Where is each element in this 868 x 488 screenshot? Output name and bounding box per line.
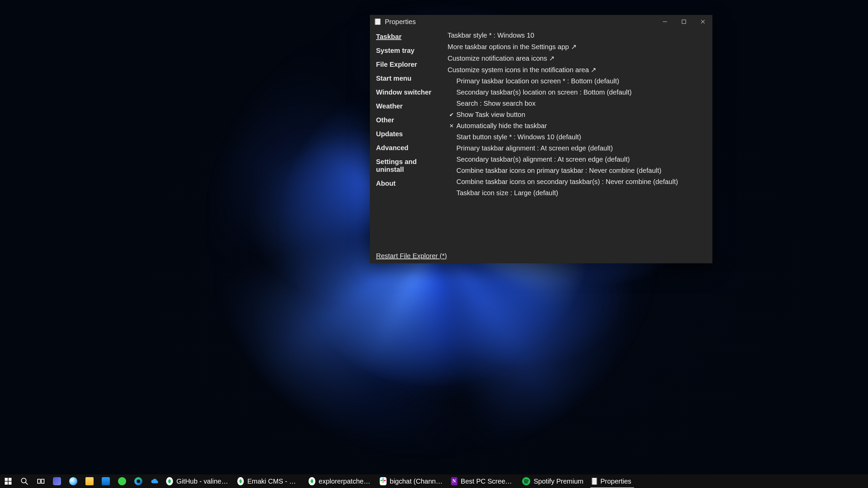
setting-row[interactable]: Secondary taskbar(s) alignment : At scre… [448, 154, 704, 165]
task-view-icon [37, 477, 45, 485]
sidebar-item-updates[interactable]: Updates [376, 127, 446, 141]
setting-label: Combine taskbar icons on secondary taskb… [456, 178, 678, 186]
setting-row[interactable]: Start button style * : Windows 10 (defau… [448, 131, 704, 143]
svg-rect-3 [5, 482, 8, 485]
sidebar-item-other[interactable]: Other [376, 113, 446, 127]
mail-icon [102, 477, 110, 485]
setting-label: Taskbar style * : Windows 10 [448, 32, 534, 39]
props-icon [592, 478, 597, 485]
folder-icon [85, 477, 94, 485]
setting-row[interactable]: Primary taskbar location on screen * : B… [448, 76, 704, 87]
window-title: Properties [385, 18, 416, 26]
restart-file-explorer-link[interactable]: Restart File Explorer (*) [370, 248, 712, 263]
app-icon [375, 19, 381, 25]
sidebar-item-settings[interactable]: Settings and uninstall [376, 155, 446, 177]
setting-row[interactable]: Combine taskbar icons on primary taskbar… [448, 165, 704, 176]
setting-label: Secondary taskbar(s) location on screen … [456, 88, 632, 96]
taskbar-pinned-mail[interactable] [98, 474, 114, 488]
edge-icon [134, 477, 142, 485]
sidebar-item-start-menu[interactable]: Start menu [376, 72, 446, 85]
setting-label: Primary taskbar alignment : At screen ed… [456, 144, 613, 152]
setting-row[interactable]: Combine taskbar icons on secondary taskb… [448, 176, 704, 187]
setting-row[interactable]: Customize notification area icons [448, 53, 704, 64]
setting-row[interactable]: Secondary taskbar(s) location on screen … [448, 87, 704, 98]
setting-row[interactable]: Search : Show search box [448, 98, 704, 109]
setting-row[interactable]: ✕Automatically hide the taskbar [448, 120, 704, 131]
check-icon: ✔ [448, 111, 455, 118]
taskbar-app-label: Properties [600, 477, 631, 485]
taskbar-pinned-copilot[interactable] [65, 474, 81, 488]
taskbar-pinned-start[interactable] [0, 474, 16, 488]
taskbar-app-props[interactable]: Properties [588, 474, 636, 488]
svg-rect-6 [38, 479, 40, 483]
svg-rect-11 [383, 480, 386, 481]
title-bar[interactable]: Properties [370, 15, 712, 28]
chrome-icon [237, 477, 244, 485]
sidebar-item-weather[interactable]: Weather [376, 99, 446, 113]
setting-row[interactable]: More taskbar options in the Settings app [448, 41, 704, 53]
sidebar: TaskbarSystem trayFile ExplorerStart men… [370, 28, 446, 248]
sidebar-item-window-switcher[interactable]: Window switcher [376, 85, 446, 99]
taskbar-pinned-task-view[interactable] [33, 474, 49, 488]
search-icon [20, 477, 28, 485]
content-pane: Taskbar style * : Windows 10More taskbar… [446, 28, 712, 248]
setting-label: Primary taskbar location on screen * : B… [456, 77, 619, 85]
cloud-icon [151, 477, 159, 485]
close-button[interactable] [693, 15, 712, 28]
setting-label: More taskbar options in the Settings app [448, 43, 577, 51]
taskbar-pinned-xbox[interactable] [114, 474, 130, 488]
svg-rect-10 [382, 481, 383, 483]
setting-label: Automatically hide the taskbar [456, 122, 547, 130]
onenote-icon: N [451, 477, 457, 485]
sidebar-item-file-explorer[interactable]: File Explorer [376, 58, 446, 72]
svg-rect-9 [380, 480, 383, 481]
taskbar-app-emaki[interactable]: Emaki CMS - Googl... [234, 474, 305, 488]
minimize-button[interactable] [655, 15, 674, 28]
setting-label: Show Task view button [456, 111, 525, 119]
chrome-icon [309, 477, 315, 485]
setting-row[interactable]: Customize system icons in the notificati… [448, 64, 704, 76]
green-circle-icon [118, 477, 126, 485]
taskbar-pinned-explorer[interactable] [81, 474, 98, 488]
maximize-button[interactable] [674, 15, 693, 28]
teams-icon [53, 477, 61, 485]
setting-label: Customize system icons in the notificati… [448, 66, 596, 74]
taskbar-pinned-onedrive[interactable] [146, 474, 163, 488]
taskbar-app-label: bigchat (Channel) - ... [390, 477, 443, 485]
setting-row[interactable]: ✔Show Task view button [448, 109, 704, 120]
taskbar-pinned-search[interactable] [16, 474, 33, 488]
sidebar-item-system-tray[interactable]: System tray [376, 44, 446, 58]
setting-label: Taskbar icon size : Large (default) [456, 189, 558, 197]
setting-label: Secondary taskbar(s) alignment : At scre… [456, 156, 630, 163]
taskbar: GitHub - valinet/Ex...Emaki CMS - Googl.… [0, 474, 868, 488]
setting-label: Start button style * : Windows 10 (defau… [456, 133, 581, 141]
sidebar-item-taskbar[interactable]: Taskbar [376, 30, 446, 44]
taskbar-app-recorder[interactable]: NBest PC Screen Rec... [448, 474, 519, 488]
taskbar-app-explpat[interactable]: explorerpatcher - G... [305, 474, 376, 488]
sidebar-item-about[interactable]: About [376, 177, 446, 190]
taskbar-app-label: Best PC Screen Rec... [461, 477, 514, 485]
dot-icon [69, 477, 77, 485]
cross-icon: ✕ [448, 123, 455, 129]
taskbar-app-label: Spotify Premium [534, 477, 584, 485]
svg-rect-0 [682, 20, 686, 24]
setting-label: Customize notification area icons [448, 54, 555, 62]
taskbar-app-label: explorerpatcher - G... [319, 477, 372, 485]
taskbar-app-bigchat[interactable]: bigchat (Channel) - ... [376, 474, 448, 488]
svg-point-5 [21, 478, 26, 483]
chrome-icon [166, 477, 173, 485]
taskbar-pinned-edge[interactable] [130, 474, 146, 488]
start-icon [4, 477, 12, 485]
setting-row[interactable]: Taskbar style * : Windows 10 [448, 30, 704, 41]
svg-rect-8 [382, 478, 383, 480]
setting-row[interactable]: Taskbar icon size : Large (default) [448, 187, 704, 199]
taskbar-app-label: Emaki CMS - Googl... [247, 477, 300, 485]
taskbar-app-label: GitHub - valinet/Ex... [176, 477, 229, 485]
svg-rect-1 [5, 478, 8, 481]
taskbar-app-spotify[interactable]: Spotify Premium [519, 474, 588, 488]
sidebar-item-advanced[interactable]: Advanced [376, 141, 446, 155]
taskbar-pinned-teams[interactable] [49, 474, 65, 488]
setting-row[interactable]: Primary taskbar alignment : At screen ed… [448, 143, 704, 154]
properties-window: Properties TaskbarSystem trayFile Explor… [370, 15, 712, 263]
taskbar-app-github[interactable]: GitHub - valinet/Ex... [163, 474, 234, 488]
